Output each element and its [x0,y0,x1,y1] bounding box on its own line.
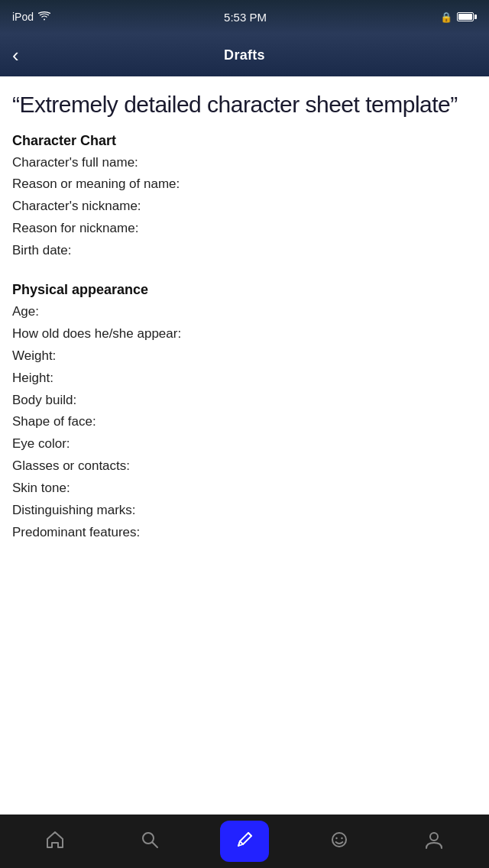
tab-profile[interactable] [410,821,458,862]
svg-point-5 [332,833,346,847]
status-left: iPod [12,11,50,23]
section-physical-appearance: Physical appearance Age: How old does he… [12,282,477,544]
field-shape-face: Shape of face: [12,411,477,433]
status-bar: iPod 5:53 PM 🔒 [0,0,489,34]
status-time: 5:53 PM [224,11,267,24]
field-predominant-features: Predominant features: [12,522,477,544]
field-distinguishing-marks: Distinguishing marks: [12,500,477,522]
tab-bar [0,815,489,868]
svg-point-6 [335,837,337,839]
field-appears-age: How old does he/she appear: [12,323,477,345]
nav-bar: ‹ Drafts [0,34,489,76]
tab-compose[interactable] [220,821,269,862]
lock-icon: 🔒 [440,11,452,23]
field-full-name: Character's full name: [12,152,477,174]
emoji-icon [329,829,350,853]
field-eye-color: Eye color: [12,433,477,455]
battery-icon [457,12,477,21]
home-icon [44,829,66,853]
field-glasses: Glasses or contacts: [12,455,477,478]
nav-title: Drafts [224,47,265,63]
profile-icon [423,829,445,853]
tab-emoji[interactable] [315,821,364,862]
field-age: Age: [12,301,477,323]
svg-line-2 [248,833,251,836]
tab-home[interactable] [31,821,79,862]
back-button[interactable]: ‹ [12,45,19,65]
svg-point-8 [430,833,438,840]
field-height: Height: [12,368,477,390]
compose-icon [234,829,255,853]
content-area: “Extremely detailed character sheet temp… [0,76,489,815]
svg-line-1 [153,843,158,848]
status-right: 🔒 [440,11,477,23]
search-icon [139,829,160,853]
field-skin-tone: Skin tone: [12,478,477,500]
svg-point-7 [341,837,342,839]
field-birth-date: Birth date: [12,240,477,262]
field-nickname: Character's nickname: [12,196,477,218]
section-character-chart: Character Chart Character's full name: R… [12,133,477,262]
tab-search[interactable] [125,821,174,862]
field-reason-nickname: Reason for nickname: [12,218,477,240]
field-body-build: Body build: [12,390,477,412]
page-title: “Extremely detailed character sheet temp… [12,90,477,119]
section-heading-character-chart: Character Chart [12,133,477,149]
field-reason-name: Reason or meaning of name: [12,173,477,196]
field-weight: Weight: [12,345,477,368]
section-heading-physical: Physical appearance [12,282,477,298]
device-label: iPod [12,11,34,23]
wifi-icon [38,11,50,23]
